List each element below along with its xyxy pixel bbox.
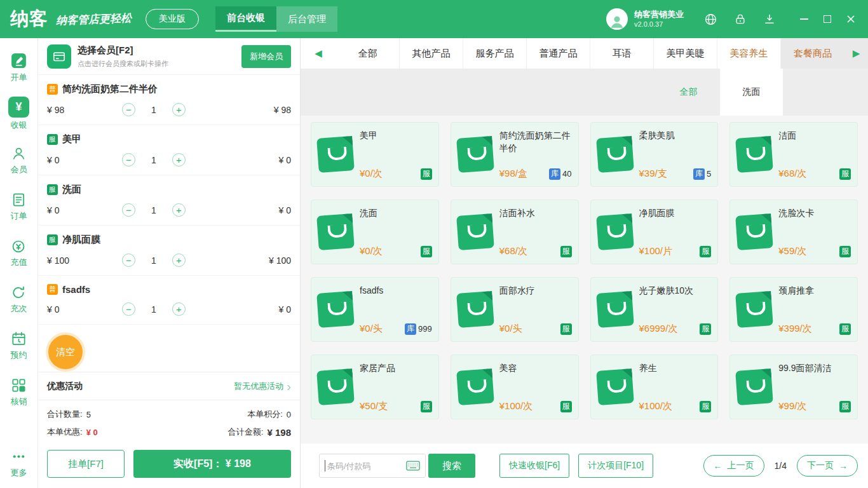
category-tab[interactable]: 美甲美睫 <box>654 38 717 69</box>
avatar[interactable] <box>606 8 628 30</box>
product-price: ¥100/片 <box>639 245 673 257</box>
recharge-icon <box>10 238 27 255</box>
product-card[interactable]: fsadfs ¥0/头库999 <box>311 277 439 342</box>
increase-button[interactable]: + <box>172 254 186 267</box>
service-badge: 服 <box>839 246 851 257</box>
category-tab[interactable]: 全部 <box>336 38 400 69</box>
maximize-button[interactable] <box>824 15 831 23</box>
cart-item[interactable]: 普简约洗面奶第二件半价 ¥ 98 −1+ ¥ 98 <box>38 75 300 125</box>
cart-item-price: ¥ 98 <box>47 105 122 115</box>
decrease-button[interactable]: − <box>122 254 135 267</box>
next-page-button[interactable]: 下一页→ <box>797 455 858 477</box>
product-card[interactable]: 洗脸次卡 ¥59/次服 <box>729 200 858 264</box>
product-price: ¥68/次 <box>778 168 806 180</box>
scroll-left-icon[interactable]: ◀ <box>301 38 336 69</box>
normal-type-badge: 普 <box>47 284 58 295</box>
pay-button[interactable]: 实收[F5]： ¥ 198 <box>133 450 291 478</box>
sidebar-item-member[interactable]: 会员 <box>0 136 37 182</box>
service-badge: 服 <box>560 246 572 257</box>
sidebar-label: 核销 <box>11 397 27 405</box>
order-actions: 挂单[F7] 实收[F5]： ¥ 198 <box>38 442 300 488</box>
cart-item-total: ¥ 0 <box>279 205 291 215</box>
category-tab-active[interactable]: 美容养生 <box>717 38 781 69</box>
product-card[interactable]: 美容 ¥100/次服 <box>451 355 579 419</box>
product-card[interactable]: 面部水疗 ¥0/头服 <box>451 277 579 342</box>
sidebar-item-verify[interactable]: 核销 <box>0 368 37 414</box>
promo-label: 优惠活动 <box>47 381 83 392</box>
keyboard-icon[interactable] <box>406 461 420 471</box>
hold-order-button[interactable]: 挂单[F7] <box>47 450 125 478</box>
search-button[interactable]: 搜索 <box>428 454 475 478</box>
product-card[interactable]: 光子嫩肤10次 ¥6999/次服 <box>590 277 719 342</box>
product-card[interactable]: 养生 ¥100/次服 <box>590 355 719 419</box>
cart-item[interactable]: 普fsadfs ¥ 0 −1+ ¥ 0 <box>38 276 300 325</box>
subcategory-tab-active[interactable]: 全部 <box>657 69 720 116</box>
cart-item[interactable]: 服美甲 ¥ 0 −1+ ¥ 0 <box>38 125 300 175</box>
increase-button[interactable]: + <box>172 103 186 116</box>
product-card[interactable]: 简约洗面奶第二件半价 ¥98/盒库40 <box>451 122 579 187</box>
category-tab[interactable]: 耳语 <box>590 38 654 69</box>
product-card[interactable]: 家居产品 ¥50/支服 <box>311 355 439 419</box>
sidebar-item-orders[interactable]: 订单 <box>0 182 37 229</box>
network-icon[interactable] <box>704 13 717 26</box>
clear-cart-button[interactable]: 清空 <box>48 335 83 369</box>
sidebar-item-more[interactable]: 更多 <box>0 439 37 485</box>
member-select-text: 选择会员[F2] 点击进行会员搜索或刷卡操作 <box>78 44 241 69</box>
lock-icon[interactable] <box>734 13 747 25</box>
product-card[interactable]: 洁面补水 ¥68/次服 <box>451 200 579 264</box>
count-item-button[interactable]: 计次项目[F10] <box>578 454 653 478</box>
minimize-button[interactable] <box>800 18 808 20</box>
category-tab[interactable]: 服务产品 <box>463 38 527 69</box>
shopping-bag-icon <box>316 214 355 250</box>
barcode-input-wrapper[interactable] <box>319 454 426 478</box>
tab-front-cashier[interactable]: 前台收银 <box>215 6 276 32</box>
tab-back-manage[interactable]: 后台管理 <box>276 6 337 32</box>
decrease-button[interactable]: − <box>122 203 135 217</box>
stock-count: 999 <box>418 324 432 334</box>
quick-cashier-button[interactable]: 快速收银[F6] <box>499 454 569 478</box>
decrease-button[interactable]: − <box>122 302 135 316</box>
close-button[interactable] <box>846 15 855 24</box>
barcode-input[interactable] <box>327 461 406 471</box>
sidebar-item-recharge[interactable]: 充值 <box>0 229 37 275</box>
product-card[interactable]: 美甲 ¥0/次服 <box>311 122 439 187</box>
promo-value-group[interactable]: 暂无优惠活动 › <box>234 380 291 393</box>
product-card[interactable]: 颈肩推拿 ¥399/次服 <box>729 277 858 342</box>
sidebar-item-appointment[interactable]: 预约 <box>0 322 37 368</box>
cart-item-price: ¥ 100 <box>47 255 122 266</box>
sidebar-item-open-order[interactable]: 开单 <box>0 43 37 90</box>
edition-badge-button[interactable]: 美业版 <box>146 9 199 29</box>
subcategory-bar: 全部 洗面 <box>301 69 868 116</box>
total-amount-label: 合计金额: <box>228 426 264 438</box>
category-tab[interactable]: 套餐商品 <box>781 38 844 69</box>
cart-item[interactable]: 服净肌面膜 ¥ 100 −1+ ¥ 100 <box>38 226 300 276</box>
category-tab[interactable]: 普通产品 <box>527 38 590 69</box>
increase-button[interactable]: + <box>172 203 186 217</box>
category-tab[interactable]: 其他产品 <box>400 38 463 69</box>
product-card[interactable]: 净肌面膜 ¥100/片服 <box>590 200 719 264</box>
promo-row[interactable]: 优惠活动 暂无优惠活动 › <box>38 372 300 400</box>
chevron-right-icon: › <box>287 380 291 393</box>
member-select-bar[interactable]: 选择会员[F2] 点击进行会员搜索或刷卡操作 新增会员 <box>38 38 300 75</box>
product-card[interactable]: 99.9面部清洁 ¥99/次服 <box>729 355 858 419</box>
catalog-area: ◀ 全部 其他产品 服务产品 普通产品 耳语 美甲美睫 美容养生 套餐商品 ▶ … <box>301 38 868 488</box>
product-card[interactable]: 洗面 ¥0/次服 <box>311 200 439 264</box>
add-member-button[interactable]: 新增会员 <box>241 45 291 68</box>
open-order-icon <box>10 51 28 70</box>
cart-item-name: 简约洗面奶第二件半价 <box>62 83 158 95</box>
product-card[interactable]: 柔肤美肌 ¥39/支库5 <box>590 122 719 187</box>
download-icon[interactable] <box>763 13 776 25</box>
decrease-button[interactable]: − <box>122 153 135 166</box>
increase-button[interactable]: + <box>172 153 186 166</box>
sidebar-item-cashier[interactable]: ¥ 收银 <box>0 90 37 136</box>
product-card[interactable]: 洁面 ¥68/次服 <box>729 122 858 187</box>
subcategory-tab[interactable]: 洗面 <box>720 69 783 116</box>
cart-item[interactable]: 服洗面 ¥ 0 −1+ ¥ 0 <box>38 175 300 226</box>
member-select-subtitle: 点击进行会员搜索或刷卡操作 <box>78 59 241 69</box>
product-price: ¥399/次 <box>778 323 812 335</box>
sidebar-item-recharge-times[interactable]: 充次 <box>0 275 37 322</box>
scroll-right-icon[interactable]: ▶ <box>844 38 868 69</box>
prev-page-button[interactable]: ←上一页 <box>703 455 764 477</box>
decrease-button[interactable]: − <box>122 103 135 116</box>
increase-button[interactable]: + <box>172 302 186 316</box>
